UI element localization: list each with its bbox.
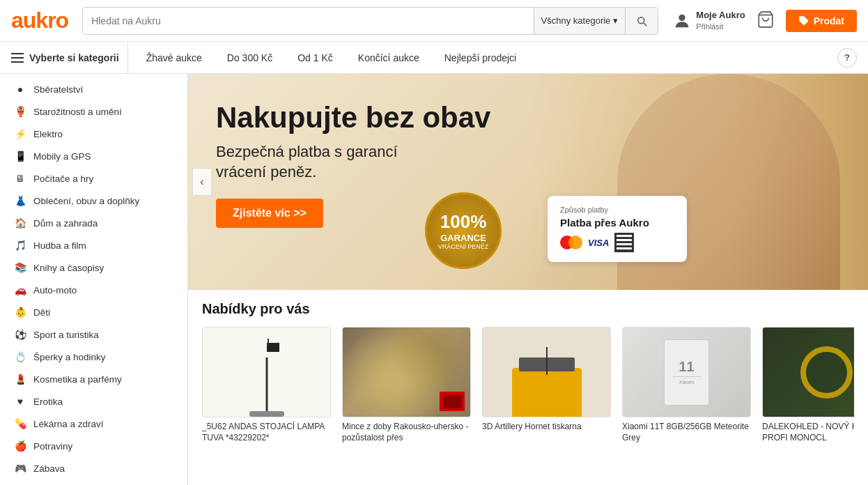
category-dropdown[interactable]: Všchny kategorie ▾ xyxy=(534,8,626,34)
help-button[interactable]: ? xyxy=(837,48,857,68)
banner-prev-button[interactable]: ‹ xyxy=(192,168,212,196)
offer-title-3: Xiaomi 11T 8GB/256GB Meteorite Grey xyxy=(622,422,751,443)
tag-icon xyxy=(798,15,809,26)
books-icon: 📚 xyxy=(14,261,26,274)
chevron-down-icon: ▾ xyxy=(613,15,618,26)
banner-payment-box: Způsob platby Platba přes Aukro VISA xyxy=(548,196,687,262)
sidebar-item-starozitnosti[interactable]: 🏺 Starožitnosti a umění xyxy=(0,100,187,123)
badge-sublabel: VRÁCENÍ PENĚZ xyxy=(438,243,489,250)
sport-icon: ⚽ xyxy=(14,328,26,341)
nav-link-1kc[interactable]: Od 1 Kč xyxy=(285,42,346,73)
antiques-icon: 🏺 xyxy=(14,105,26,118)
navbar: Vyberte si kategorii Žhavé aukce Do 300 … xyxy=(0,42,868,74)
header-actions: Moje Aukro Přihlásit Prodat xyxy=(672,10,857,32)
sidebar-item-label: Starožitnosti a umění xyxy=(33,107,122,117)
offers-grid: _5U62 ANDAS STOJACÍ LAMPA TUVA *43229202… xyxy=(202,327,854,443)
sidebar-item-label: Hudba a film xyxy=(33,240,86,251)
banner-badge: 100% GARANCE VRÁCENÍ PENĚZ xyxy=(425,192,502,269)
search-bar: Všchny kategorie ▾ xyxy=(82,7,658,35)
sidebar-item-potraviny[interactable]: 🍎 Potraviny xyxy=(0,435,187,457)
sidebar-item-label: Knihy a časopisy xyxy=(33,263,104,273)
nav-link-300[interactable]: Do 300 Kč xyxy=(215,42,285,73)
erotic-icon: ♥ xyxy=(14,395,26,408)
offers-section: Nabídky pro vás _5U62 ANDAS STOJACÍ LAMP… xyxy=(188,290,868,449)
sidebar-item-dum[interactable]: 🏠 Dům a zahrada xyxy=(0,212,187,234)
pharmacy-icon: 💊 xyxy=(14,417,26,430)
sidebar-item-erotika[interactable]: ♥ Erotika xyxy=(0,390,187,413)
account-login: Přihlásit xyxy=(696,22,745,31)
payment-logos: VISA xyxy=(560,233,674,252)
sidebar-item-label: Auto-moto xyxy=(33,285,77,295)
sidebar-item-obleceni[interactable]: 👗 Oblečení, obuv a doplňky xyxy=(0,190,187,212)
jewelry-icon: 💍 xyxy=(14,351,26,363)
categories-menu-button[interactable]: Vyberte si kategorii xyxy=(11,42,128,73)
clothes-icon: 👗 xyxy=(14,194,26,207)
sell-button[interactable]: Prodat xyxy=(786,10,857,32)
offer-title-2: 3D Artillery Hornet tiskarna xyxy=(482,422,611,433)
nav-link-hot[interactable]: Žhavé aukce xyxy=(134,42,215,73)
offer-title-1: Mince z doby Rakousko-uhersko - pozůstal… xyxy=(342,422,471,443)
collectibles-icon: ● xyxy=(14,83,26,95)
help-icon: ? xyxy=(844,52,850,63)
sidebar-item-elektro[interactable]: ⚡ Elektro xyxy=(0,123,187,145)
sidebar-item-hudba[interactable]: 🎵 Hudba a film xyxy=(0,234,187,256)
sidebar-item-label: Počítače a hry xyxy=(33,174,93,184)
sidebar-item-label: Lékárna a zdraví xyxy=(33,419,104,429)
badge-label: GARANCE xyxy=(440,233,486,243)
sidebar-item-auto[interactable]: 🚗 Auto-moto xyxy=(0,279,187,301)
kids-icon: 👶 xyxy=(14,306,26,318)
offer-card-3[interactable]: 11 Xiaomi Xiaomi 11T 8GB/256GB Meteorite… xyxy=(622,327,751,443)
sidebar-item-deti[interactable]: 👶 Děti xyxy=(0,301,187,323)
sidebar: ● Sběratelství 🏺 Starožitnosti a umění ⚡… xyxy=(0,74,188,485)
sidebar-item-zabava[interactable]: 🎮 Zábava xyxy=(0,457,187,479)
cart-button[interactable] xyxy=(757,10,775,31)
mastercard-logo xyxy=(560,236,582,249)
sidebar-item-sport[interactable]: ⚽ Sport a turistika xyxy=(0,323,187,346)
nav-link-sellers[interactable]: Nejlepší prodejci xyxy=(432,42,529,73)
banner: Nakupujte bez obav Bezpečná platba s gar… xyxy=(188,74,868,290)
search-icon xyxy=(635,15,648,27)
sidebar-item-pocitace[interactable]: 🖥 Počítače a hry xyxy=(0,167,187,190)
sidebar-item-kosmetika[interactable]: 💄 Kosmetika a parfémy xyxy=(0,368,187,390)
car-icon: 🚗 xyxy=(14,284,26,296)
offer-img-1 xyxy=(342,327,471,417)
logo[interactable]: aukro xyxy=(11,8,68,33)
offer-img-3: 11 Xiaomi xyxy=(622,327,751,417)
computer-icon: 🖥 xyxy=(14,172,26,185)
nav-links: Žhavé aukce Do 300 Kč Od 1 Kč Končící au… xyxy=(128,42,837,73)
sidebar-item-sbieratelstvi[interactable]: ● Sběratelství xyxy=(0,78,187,100)
sell-label: Prodat xyxy=(814,15,844,26)
offer-card-1[interactable]: Mince z doby Rakousko-uhersko - pozůstal… xyxy=(342,327,471,443)
sidebar-item-label: Sběratelství xyxy=(33,84,83,95)
content-area: Nakupujte bez obav Bezpečná platba s gar… xyxy=(188,74,868,485)
sidebar-item-label: Oblečení, obuv a doplňky xyxy=(33,196,139,206)
account-button[interactable]: Moje Aukro Přihlásit xyxy=(672,10,745,31)
offer-card-2[interactable]: 3D Artillery Hornet tiskarna xyxy=(482,327,611,443)
sidebar-item-label: Zábava xyxy=(33,463,65,474)
offer-img-4 xyxy=(762,327,854,417)
sidebar-item-label: Mobily a GPS xyxy=(33,151,91,162)
sidebar-item-lekarna[interactable]: 💊 Lékárna a zdraví xyxy=(0,413,187,435)
sidebar-item-podnikani[interactable]: 🔧 Podnikání a průmysl xyxy=(0,479,187,485)
offers-title: Nabídky pro vás xyxy=(202,301,854,317)
offer-img-0 xyxy=(202,327,331,417)
sidebar-item-mobily[interactable]: 📱 Mobily a GPS xyxy=(0,145,187,167)
offer-card-0[interactable]: _5U62 ANDAS STOJACÍ LAMPA TUVA *43229202… xyxy=(202,327,331,443)
payment-label: Způsob platby xyxy=(560,206,674,214)
banner-subtitle: Bezpečná platba s garancí vrácení peněz. xyxy=(216,142,490,182)
search-button[interactable] xyxy=(625,8,658,34)
banner-cta-button[interactable]: Zjistěte víc >> xyxy=(216,199,323,228)
payment-title: Platba přes Aukro xyxy=(560,217,674,229)
sidebar-item-sperky[interactable]: 💍 Šperky a hodinky xyxy=(0,346,187,368)
sidebar-item-label: Šperky a hodinky xyxy=(33,352,106,362)
offer-card-4[interactable]: DALEKOHLED - NOVÝ KVALITNÍ PROFI MONOCL xyxy=(762,327,854,443)
offer-title-0: _5U62 ANDAS STOJACÍ LAMPA TUVA *43229202… xyxy=(202,422,331,443)
phone-icon: 📱 xyxy=(14,150,26,162)
nav-link-ending[interactable]: Končící aukce xyxy=(346,42,432,73)
categories-label: Vyberte si kategorii xyxy=(29,52,119,63)
search-input[interactable] xyxy=(83,8,533,34)
sidebar-item-knihy[interactable]: 📚 Knihy a časopisy xyxy=(0,256,187,279)
sidebar-item-label: Dům a zahrada xyxy=(33,218,98,229)
category-dropdown-label: Všchny kategorie xyxy=(541,15,611,26)
user-icon xyxy=(672,11,692,31)
